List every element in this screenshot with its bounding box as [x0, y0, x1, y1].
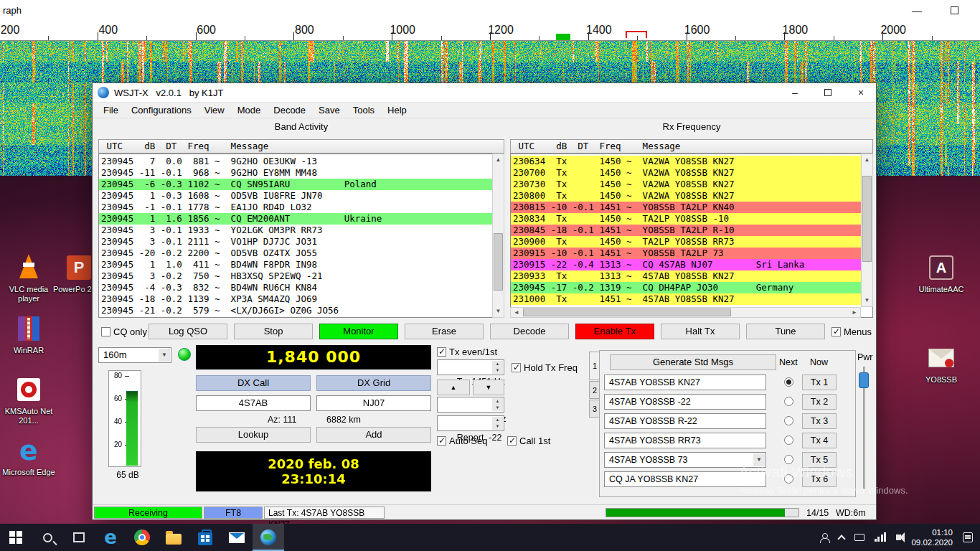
tx-freq-spinner[interactable]: Tx 1451 Hz ▲▼: [437, 359, 504, 375]
scrollbar-thumb[interactable]: [523, 309, 731, 316]
desktop-icon-edge[interactable]: e Microsoft Edge: [1, 435, 56, 477]
decode-row[interactable]: 230945 1 1.6 1856 ~ CQ EM200ANT Ukraine: [99, 213, 504, 225]
menu-view[interactable]: View: [198, 103, 231, 117]
tx-message-field-3[interactable]: 4S7AB YO8SSB R-22: [604, 413, 766, 429]
tab-1[interactable]: 1: [589, 352, 600, 380]
next-radio-3[interactable]: [784, 416, 793, 425]
notifications-icon[interactable]: [963, 532, 973, 542]
taskbar-mail[interactable]: [221, 524, 253, 551]
task-view-button[interactable]: [63, 524, 95, 551]
decode-row[interactable]: 230945 3 -0.2 750 ~ HB3XSQ SP2EWQ -21: [99, 270, 504, 282]
decode-button[interactable]: Decode: [490, 324, 569, 339]
tab-2[interactable]: 2: [589, 381, 600, 399]
decode-row[interactable]: 230945 1 -0.3 1608 ~ OD5VB IU8FRE JN70: [99, 190, 504, 202]
scroll-down-icon[interactable]: ▼: [493, 306, 504, 317]
display-icon[interactable]: [854, 534, 864, 541]
decode-row[interactable]: 230945 -21 -0.2 579 ~ <LX/DJ6GI> OZ0G JO…: [99, 305, 504, 316]
tx-freq-up-button[interactable]: ▲: [437, 380, 470, 395]
menus-checkbox[interactable]: Menus: [831, 326, 872, 337]
decode-row[interactable]: 230634 Tx 1450 ~ VA2WA YO8SSB KN27: [511, 156, 872, 167]
menu-mode[interactable]: Mode: [231, 103, 268, 117]
decode-row[interactable]: 230933 Tx 1313 ~ 4S7AB YO8SSB KN27: [511, 270, 872, 282]
tab-3[interactable]: 3: [589, 400, 600, 418]
wide-graph-maximize-button[interactable]: [940, 3, 969, 19]
rx-frequency-marker[interactable]: [556, 34, 570, 40]
taskbar-file-explorer[interactable]: [158, 524, 189, 551]
decode-row[interactable]: 230815 -10 -0.1 1451 ~ YO8SSB TA2LP KN40: [511, 202, 872, 213]
wsjtx-titlebar[interactable]: WSJT-X v2.0.1 by K1JT – ×: [93, 83, 876, 103]
decode-row[interactable]: 230945 7 0.0 881 ~ 9G2HO OE3UKW -13: [99, 156, 504, 167]
decode-row[interactable]: 231000 Tx 1451 ~ 4S7AB YO8SSB KN27: [511, 293, 872, 305]
taskbar-edge[interactable]: e: [95, 524, 126, 551]
taskbar-chrome[interactable]: [126, 524, 158, 551]
decode-row[interactable]: 230700 Tx 1450 ~ VA2WA YO8SSB KN27: [511, 167, 872, 179]
tx-freq-down-button[interactable]: ▼: [473, 380, 504, 395]
rx-frequency-table[interactable]: 230634 Tx 1450 ~ VA2WA YO8SSB KN27230700…: [510, 154, 873, 318]
rx-frequency-hscrollbar[interactable]: ◄ ►: [510, 307, 861, 318]
decode-row[interactable]: 230945 1 1.0 411 ~ BD4WN F8PDR IN98: [99, 259, 504, 270]
taskbar-clock[interactable]: 01:10 09.02.2020: [911, 527, 953, 547]
menu-decode[interactable]: Decode: [267, 103, 312, 117]
scroll-up-icon[interactable]: ▲: [862, 154, 872, 166]
minimize-button[interactable]: –: [778, 83, 811, 103]
rx-frequency-vscrollbar[interactable]: ▲ ▼: [861, 154, 873, 307]
decode-row[interactable]: 230945 -11 -0.1 968 ~ 9G2HO EY8MM MM48: [99, 167, 504, 179]
tx-message-field-2[interactable]: 4S7AB YO8SSB -22: [604, 394, 766, 410]
dx-call-field[interactable]: 4S7AB: [196, 395, 311, 411]
frequency-display[interactable]: 1,840 000: [196, 345, 431, 369]
desktop-icon-kmsauto[interactable]: KMSAuto Net 201...: [1, 375, 56, 425]
log-qso-button[interactable]: Log QSO: [149, 324, 227, 339]
next-radio-4[interactable]: [784, 435, 793, 445]
decode-row[interactable]: 230945 -1 -0.1 1778 ~ EA1JO RD4D LO32: [99, 202, 504, 213]
taskbar-wsjtx[interactable]: [253, 524, 284, 551]
network-icon[interactable]: [875, 533, 887, 542]
band-activity-vscrollbar[interactable]: ▲ ▼: [492, 154, 504, 318]
spinner-arrows-icon[interactable]: ▲▼: [492, 417, 503, 430]
decode-row[interactable]: 230945 -17 -0.2 1319 ~ CQ DH4PAP JO30 Ge…: [511, 282, 872, 293]
desktop-icon-winrar[interactable]: WinRAR: [1, 314, 56, 355]
tx-message-field-1[interactable]: 4S7AB YO8SSB KN27: [604, 375, 766, 390]
menu-save[interactable]: Save: [312, 103, 347, 117]
next-radio-2[interactable]: [784, 397, 793, 406]
maximize-button[interactable]: [811, 83, 844, 103]
menu-configurations[interactable]: Configurations: [125, 103, 198, 117]
menu-help[interactable]: Help: [381, 103, 413, 117]
stop-button[interactable]: Stop: [234, 324, 313, 339]
decode-row[interactable]: 230945 -18 -0.2 1139 ~ XP3A SM4AZQ JO69: [99, 293, 504, 305]
close-button[interactable]: ×: [844, 83, 877, 103]
lookup-button[interactable]: Lookup: [196, 427, 311, 443]
enable-tx-button[interactable]: Enable Tx: [575, 324, 654, 339]
pwr-slider-handle[interactable]: [859, 372, 869, 388]
spinner-arrows-icon[interactable]: ▲▼: [492, 398, 503, 411]
taskbar-store[interactable]: [189, 524, 221, 551]
scroll-down-icon[interactable]: ▼: [862, 295, 872, 306]
tx-frequency-marker[interactable]: [626, 31, 647, 38]
auto-seq-checkbox[interactable]: Auto Seq: [437, 435, 488, 446]
decode-row[interactable]: 230915 -10 -0.1 1451 ~ YO8SSB TA2LP 73: [511, 248, 872, 259]
decode-row[interactable]: 230900 Tx 1450 ~ TA2LP YO8SSB RR73: [511, 236, 872, 248]
generate-std-msgs-button[interactable]: Generate Std Msgs: [610, 354, 776, 370]
decode-row[interactable]: 230945 -20 -0.2 2200 ~ OD5VB OZ4TX JO55: [99, 248, 504, 259]
decode-row[interactable]: 230945 3 -0.1 2111 ~ VO1HP DJ7JC JO31: [99, 236, 504, 248]
scrollbar-thumb[interactable]: [494, 233, 503, 291]
now-tx-button-4[interactable]: Tx 4: [802, 433, 837, 448]
report-spinner[interactable]: Report -22 ▲▼: [437, 415, 504, 431]
erase-button[interactable]: Erase: [405, 324, 484, 339]
waterfall-frequency-scale[interactable]: 200400600800100012001400160018002000: [0, 22, 980, 41]
decode-row[interactable]: 230730 Tx 1450 ~ VA2WA YO8SSB KN27: [511, 179, 872, 190]
chevron-up-icon[interactable]: [837, 534, 845, 542]
search-button[interactable]: [32, 524, 63, 551]
desktop-icon-vlc[interactable]: VLC media player: [1, 253, 56, 303]
band-activity-table[interactable]: 230945 7 0.0 881 ~ 9G2HO OE3UKW -1323094…: [98, 154, 504, 318]
decode-row[interactable]: 230834 Tx 1450 ~ TA2LP YO8SSB -10: [511, 213, 872, 225]
menu-tools[interactable]: Tools: [347, 103, 381, 117]
desktop-icon-ultimateaac[interactable]: A UltimateAAC: [914, 253, 969, 294]
hold-tx-freq-checkbox[interactable]: Hold Tx Freq: [512, 362, 578, 373]
desktop-icon-yo8ssb[interactable]: YO8SSB: [914, 343, 969, 385]
halt-tx-button[interactable]: Halt Tx: [661, 324, 740, 339]
call-1st-checkbox[interactable]: Call 1st: [507, 435, 550, 446]
tx-message-field-4[interactable]: 4S7AB YO8SSB RR73: [604, 433, 766, 448]
volume-icon[interactable]: [896, 534, 901, 540]
monitor-button[interactable]: Monitor: [319, 324, 398, 339]
add-button[interactable]: Add: [316, 427, 431, 443]
